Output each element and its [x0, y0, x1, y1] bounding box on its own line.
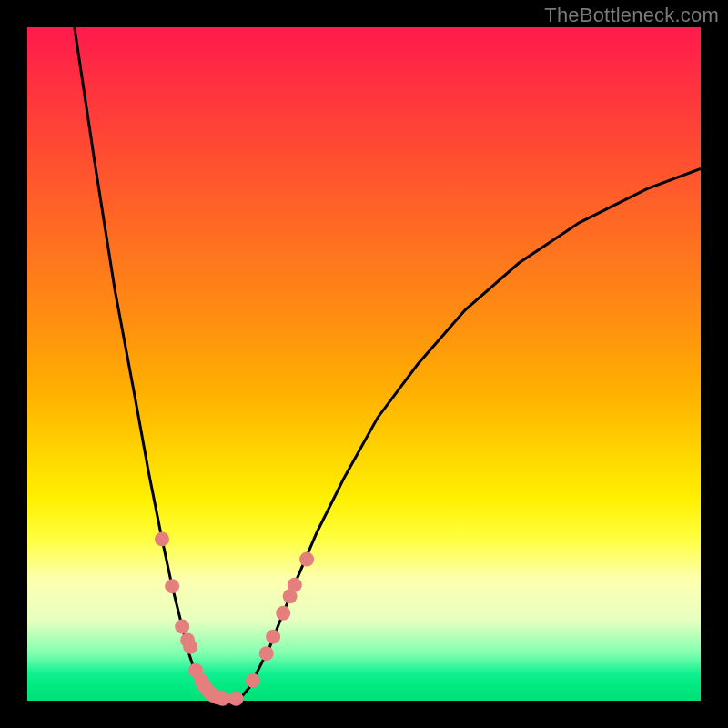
highlight-dot [266, 630, 280, 644]
highlight-dot [155, 531, 169, 546]
highlight-dot [246, 673, 260, 688]
highlight-dot [183, 640, 197, 654]
plot-area [27, 27, 701, 701]
highlight-dots-group [155, 531, 314, 705]
curve-layer [27, 27, 701, 701]
highlight-dot [288, 578, 302, 592]
highlight-dot [276, 606, 290, 621]
highlight-dot [228, 692, 243, 706]
watermark-text: TheBottleneck.com [544, 4, 719, 27]
chart-container: TheBottleneck.com [0, 0, 728, 728]
left-branch-curve [75, 27, 223, 699]
highlight-dot [165, 579, 179, 593]
highlight-dot [216, 692, 230, 706]
highlight-dot [175, 620, 189, 634]
right-branch-curve [236, 168, 701, 699]
highlight-dot [259, 646, 274, 661]
highlight-dot [299, 552, 314, 567]
